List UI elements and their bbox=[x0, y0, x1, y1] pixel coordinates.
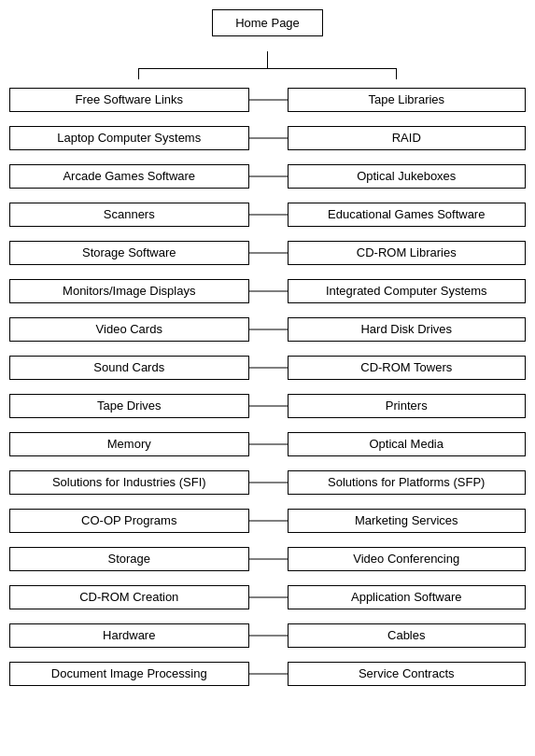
table-row: Arcade Games Software Optical Jukeboxes bbox=[9, 157, 526, 196]
right-col: CD-ROM Libraries bbox=[288, 241, 527, 266]
left-label: Arcade Games Software bbox=[63, 169, 195, 185]
left-cell[interactable]: Scanners bbox=[9, 203, 249, 228]
right-col: Service Contracts bbox=[288, 662, 527, 687]
right-cell[interactable]: CD-ROM Libraries bbox=[288, 241, 527, 266]
right-cell[interactable]: Application Software bbox=[288, 585, 527, 610]
right-label: Cables bbox=[387, 628, 425, 644]
left-label: CD-ROM Creation bbox=[79, 590, 178, 606]
right-col: RAID bbox=[288, 126, 527, 151]
mid-connector bbox=[248, 80, 288, 119]
right-label: Printers bbox=[386, 399, 428, 414]
left-cell[interactable]: Solutions for Industries (SFI) bbox=[9, 470, 249, 496]
left-label: Scanners bbox=[104, 207, 155, 223]
right-col: Marketing Services bbox=[288, 509, 527, 534]
table-row: Video Cards Hard Disk Drives bbox=[9, 310, 526, 349]
right-col: Cables bbox=[288, 623, 527, 649]
left-cell[interactable]: Video Cards bbox=[9, 317, 249, 343]
left-cell[interactable]: Monitors/Image Displays bbox=[9, 279, 249, 304]
right-cell[interactable]: RAID bbox=[288, 126, 527, 151]
left-label: Laptop Computer Systems bbox=[57, 131, 201, 147]
mid-connector bbox=[248, 272, 288, 311]
right-col: Tape Libraries bbox=[288, 88, 527, 113]
right-cell[interactable]: Cables bbox=[288, 623, 527, 649]
right-label: Hard Disk Drives bbox=[360, 322, 452, 338]
left-col: Solutions for Industries (SFI) bbox=[9, 470, 248, 496]
table-row: Hardware Cables bbox=[9, 616, 526, 655]
right-cell[interactable]: Optical Media bbox=[288, 432, 527, 457]
left-col: Document Image Processing bbox=[9, 662, 248, 687]
left-label: Storage Software bbox=[82, 245, 176, 261]
left-cell[interactable]: CD-ROM Creation bbox=[9, 585, 249, 610]
left-label: Video Cards bbox=[96, 322, 162, 338]
left-cell[interactable]: Sound Cards bbox=[9, 356, 249, 381]
left-col: Sound Cards bbox=[9, 356, 248, 381]
left-label: Tape Drives bbox=[97, 399, 162, 414]
right-label: Tape Libraries bbox=[368, 92, 444, 108]
right-cell[interactable]: Printers bbox=[288, 394, 527, 419]
table-row: Solutions for Industries (SFI) Solutions… bbox=[9, 463, 526, 502]
left-label: Sound Cards bbox=[93, 360, 164, 376]
left-cell[interactable]: Storage bbox=[9, 547, 249, 572]
mid-connector bbox=[248, 425, 288, 464]
left-col: Memory bbox=[9, 432, 248, 457]
left-cell[interactable]: Free Software Links bbox=[9, 88, 249, 113]
right-col: Educational Games Software bbox=[288, 203, 527, 228]
left-label: Storage bbox=[107, 552, 150, 567]
mid-connector bbox=[248, 386, 288, 426]
table-row: Sound Cards CD-ROM Towers bbox=[9, 348, 526, 387]
left-label: Free Software Links bbox=[75, 92, 183, 108]
table-row: CD-ROM Creation Application Software bbox=[9, 578, 526, 617]
mid-connector bbox=[248, 463, 288, 502]
right-col: Printers bbox=[288, 394, 527, 419]
left-cell[interactable]: Storage Software bbox=[9, 241, 249, 266]
table-row: Free Software Links Tape Libraries bbox=[9, 80, 526, 119]
right-label: Application Software bbox=[351, 590, 462, 606]
right-cell[interactable]: Tape Libraries bbox=[288, 88, 527, 113]
left-col: Arcade Games Software bbox=[9, 164, 248, 189]
right-label: Educational Games Software bbox=[328, 207, 485, 223]
right-cell[interactable]: Optical Jukeboxes bbox=[288, 164, 527, 189]
right-label: CD-ROM Towers bbox=[360, 360, 452, 376]
rows-wrapper: Free Software Links Tape Libraries Lapto… bbox=[9, 80, 526, 693]
left-label: Document Image Processing bbox=[51, 666, 207, 682]
mid-connector bbox=[248, 119, 288, 158]
table-row: Storage Software CD-ROM Libraries bbox=[9, 233, 526, 273]
mid-connector bbox=[248, 195, 288, 234]
mid-connector bbox=[248, 348, 288, 387]
left-col: Monitors/Image Displays bbox=[9, 279, 248, 304]
right-cell[interactable]: CD-ROM Towers bbox=[288, 356, 527, 381]
right-cell[interactable]: Educational Games Software bbox=[288, 203, 527, 228]
left-cell[interactable]: Tape Drives bbox=[9, 394, 249, 419]
left-cell[interactable]: Laptop Computer Systems bbox=[9, 126, 249, 151]
left-cell[interactable]: Document Image Processing bbox=[9, 662, 249, 687]
right-col: Solutions for Platforms (SFP) bbox=[288, 470, 527, 496]
home-page-title: Home Page bbox=[235, 16, 300, 30]
left-cell[interactable]: Hardware bbox=[9, 623, 249, 649]
right-label: Video Conferencing bbox=[353, 552, 459, 567]
left-label: CO-OP Programs bbox=[81, 513, 176, 529]
right-cell[interactable]: Marketing Services bbox=[288, 509, 527, 534]
home-page-box[interactable]: Home Page bbox=[212, 9, 323, 36]
header-section: Home Page bbox=[9, 9, 526, 36]
table-row: Memory Optical Media bbox=[9, 425, 526, 464]
left-col: Video Cards bbox=[9, 317, 248, 343]
left-cell[interactable]: Arcade Games Software bbox=[9, 164, 249, 189]
left-col: Free Software Links bbox=[9, 88, 248, 113]
right-col: Hard Disk Drives bbox=[288, 317, 527, 343]
left-cell[interactable]: Memory bbox=[9, 432, 249, 457]
right-cell[interactable]: Service Contracts bbox=[288, 662, 527, 687]
right-label: Optical Jukeboxes bbox=[357, 169, 456, 185]
mid-connector bbox=[248, 539, 288, 579]
table-row: Tape Drives Printers bbox=[9, 386, 526, 426]
right-cell[interactable]: Hard Disk Drives bbox=[288, 317, 527, 343]
right-col: CD-ROM Towers bbox=[288, 356, 527, 381]
mid-connector bbox=[248, 157, 288, 196]
table-row: Storage Video Conferencing bbox=[9, 539, 526, 579]
left-label: Hardware bbox=[103, 628, 155, 644]
right-cell[interactable]: Video Conferencing bbox=[288, 547, 527, 572]
right-cell[interactable]: Solutions for Platforms (SFP) bbox=[288, 470, 527, 496]
left-cell[interactable]: CO-OP Programs bbox=[9, 509, 249, 534]
right-cell[interactable]: Integrated Computer Systems bbox=[288, 279, 527, 304]
right-col: Video Conferencing bbox=[288, 547, 527, 572]
table-row: Scanners Educational Games Software bbox=[9, 195, 526, 234]
